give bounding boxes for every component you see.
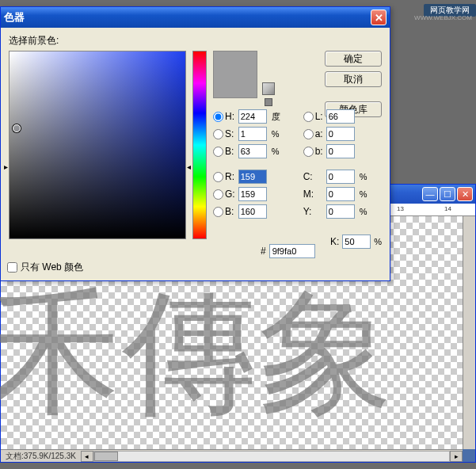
g-radio-label[interactable]: G: (213, 189, 235, 200)
s-radio[interactable] (213, 129, 223, 139)
minimize-button[interactable]: ― (422, 187, 438, 201)
color-picker-dialog: 色器 ✕ 选择前景色: ▸ ◂ (0, 6, 390, 281)
color-field[interactable]: ▸ ◂ (9, 51, 186, 239)
k-label: K: (330, 236, 339, 247)
ok-button[interactable]: 确定 (325, 51, 382, 67)
blab-input[interactable] (326, 144, 355, 158)
r-radio[interactable] (213, 172, 223, 182)
window-close-button[interactable]: ✕ (457, 187, 473, 201)
a-radio-label[interactable]: a: (303, 128, 323, 139)
bhsb-input[interactable] (238, 144, 267, 158)
l-input[interactable] (326, 109, 355, 124)
h-radio[interactable] (213, 112, 223, 122)
web-only-checkbox-label[interactable]: 只有 Web 颜色 (7, 261, 83, 274)
s-input[interactable] (238, 127, 267, 141)
c-input[interactable] (326, 170, 355, 184)
bhsb-radio-label[interactable]: B: (213, 146, 235, 157)
warning-cube-icon[interactable] (262, 82, 275, 95)
scroll-left-button[interactable]: ◂ (81, 451, 93, 462)
scroll-thumb[interactable] (94, 452, 118, 461)
scroll-track[interactable] (93, 451, 450, 462)
color-swatch (213, 51, 257, 98)
watermark-url: WWW.WEBJX.COM (414, 14, 472, 21)
a-radio[interactable] (303, 129, 314, 139)
artwork-text: 禾 傳 象 (0, 264, 377, 445)
y-input[interactable] (326, 204, 355, 219)
c-unit: % (360, 172, 371, 181)
h-unit: 度 (272, 111, 283, 123)
warning-swatch-icon[interactable] (265, 98, 272, 106)
field-left-arrow-icon: ▸ (4, 162, 8, 171)
ruler-mark: 14 (444, 205, 451, 212)
brgb-input[interactable] (238, 204, 267, 219)
r-input[interactable] (238, 170, 267, 184)
horizontal-scrollbar[interactable]: 文档:375.9K/125.3K ◂ ▸ (1, 449, 463, 462)
dialog-close-button[interactable]: ✕ (371, 10, 387, 25)
g-radio[interactable] (213, 189, 223, 200)
cancel-button[interactable]: 取消 (325, 71, 382, 87)
dialog-titlebar[interactable]: 色器 ✕ (1, 7, 390, 28)
document-size-info: 文档:375.9K/125.3K (1, 451, 81, 462)
blab-radio-label[interactable]: b: (303, 146, 323, 157)
hex-input[interactable] (269, 244, 315, 258)
brgb-radio[interactable] (213, 207, 223, 217)
l-radio-label[interactable]: L: (303, 111, 323, 122)
blab-radio[interactable] (303, 147, 314, 157)
y-unit: % (360, 207, 371, 216)
l-radio[interactable] (303, 112, 314, 122)
web-only-checkbox[interactable] (7, 262, 17, 273)
maximize-button[interactable]: ☐ (440, 187, 455, 201)
dialog-title: 色器 (4, 10, 25, 25)
h-input[interactable] (238, 109, 267, 124)
hue-slider[interactable] (192, 51, 207, 239)
bhsb-unit: % (272, 147, 283, 156)
k-input[interactable] (342, 234, 371, 249)
s-unit: % (272, 129, 283, 139)
h-radio-label[interactable]: H: (213, 111, 235, 122)
web-only-text: 只有 Web 颜色 (21, 261, 83, 274)
g-input[interactable] (238, 187, 267, 201)
color-value-fields: H: 度 L: S: % a: B: (213, 109, 371, 219)
ruler-mark: 13 (397, 205, 404, 212)
color-field-cursor (13, 124, 21, 132)
y-label: Y: (303, 206, 323, 217)
prompt-label: 选择前景色: (9, 34, 382, 48)
m-input[interactable] (326, 187, 355, 201)
brgb-radio-label[interactable]: B: (213, 206, 235, 217)
r-radio-label[interactable]: R: (213, 171, 235, 182)
s-radio-label[interactable]: S: (213, 128, 235, 139)
field-right-arrow-icon: ◂ (187, 162, 191, 171)
hex-label: # (261, 246, 266, 257)
bhsb-radio[interactable] (213, 147, 223, 157)
vertical-scrollbar[interactable] (463, 216, 475, 449)
c-label: C: (303, 171, 323, 182)
scroll-right-button[interactable]: ▸ (450, 451, 463, 462)
k-unit: % (374, 237, 382, 246)
a-input[interactable] (326, 127, 355, 141)
m-unit: % (360, 189, 371, 199)
m-label: M: (303, 189, 323, 200)
